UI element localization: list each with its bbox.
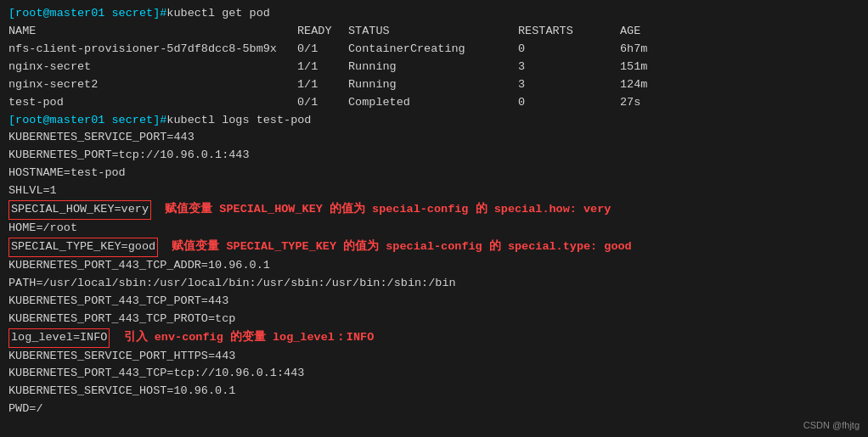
pod-name-2: nginx-secret	[8, 59, 297, 76]
log-line-11: KUBERNETES_SERVICE_HOST=10.96.0.1	[8, 383, 860, 401]
log-special-type: SPECIAL_TYPE_KEY=good 赋值变量 SPECIAL_TYPE_…	[8, 238, 860, 257]
cmd-text-1: kubectl get pod	[166, 5, 270, 23]
watermark: CSDN @fhjtg	[803, 420, 860, 430]
pod-ready-3: 1/1	[297, 76, 348, 94]
log-line-2: KUBERNETES_PORT=tcp://10.96.0.1:443	[8, 147, 860, 165]
pod-status-3: Running	[348, 76, 518, 94]
log-level-annotation: 引入 env-config 的变量 log_level：INFO	[110, 329, 374, 347]
pod-ready-1: 0/1	[297, 41, 348, 59]
prompt-1: [root@master01 secret]#	[8, 5, 166, 23]
cmd-text-2: kubectl logs test-pod	[166, 112, 311, 130]
table-row-1: nfs-client-provisioner-5d7df8dcc8-5bm9x0…	[8, 41, 860, 59]
pod-age-3: 124m	[620, 76, 647, 94]
pod-status-1: ContainerCreating	[348, 41, 518, 59]
pod-ready-2: 1/1	[297, 59, 348, 76]
log-line-9: KUBERNETES_SERVICE_PORT_HTTPS=443	[8, 348, 860, 366]
col-ready-header: READY	[297, 23, 348, 41]
pod-status-4: Completed	[348, 94, 518, 112]
col-age-header: AGE	[620, 23, 640, 41]
pod-ready-4: 0/1	[297, 94, 348, 112]
log-line-4: SHLVL=1	[8, 182, 860, 200]
table-row-4: test-pod0/1Completed027s	[8, 94, 860, 112]
pod-restarts-2: 3	[518, 59, 620, 76]
special-type-key-box: SPECIAL_TYPE_KEY=good	[8, 238, 158, 257]
pod-restarts-1: 0	[518, 41, 620, 59]
special-how-key-box: SPECIAL_HOW_KEY=very	[8, 200, 151, 220]
pod-name-3: nginx-secret2	[8, 76, 297, 94]
table-row-2: nginx-secret1/1Running3151m	[8, 59, 860, 76]
col-restarts-header: RESTARTS	[518, 23, 620, 41]
col-name-header: NAME	[8, 23, 297, 41]
log-line-3: HOSTNAME=test-pod	[8, 165, 860, 182]
pod-status-2: Running	[348, 59, 518, 76]
command-line-2: [root@master01 secret]#kubectl logs test…	[8, 112, 860, 130]
table-row-3: nginx-secret21/1Running3124m	[8, 76, 860, 94]
log-line-7: KUBERNETES_PORT_443_TCP_PORT=443	[8, 293, 860, 311]
pod-name-1: nfs-client-provisioner-5d7df8dcc8-5bm9x	[8, 41, 297, 59]
col-status-header: STATUS	[348, 23, 518, 41]
log-line-home: HOME=/root	[8, 220, 860, 238]
pod-name-4: test-pod	[8, 94, 297, 112]
pod-age-2: 151m	[620, 59, 647, 76]
pod-age-1: 6h7m	[620, 41, 647, 59]
table-header: NAMEREADYSTATUSRESTARTSAGE	[8, 23, 860, 41]
log-special-how: SPECIAL_HOW_KEY=very 赋值变量 SPECIAL_HOW_KE…	[8, 200, 860, 220]
pod-restarts-3: 3	[518, 76, 620, 94]
log-level-line: log_level=INFO 引入 env-config 的变量 log_lev…	[8, 328, 860, 348]
log-line-10: KUBERNETES_PORT_443_TCP=tcp://10.96.0.1:…	[8, 365, 860, 383]
log-line-12: PWD=/	[8, 401, 860, 418]
log-line-1: KUBERNETES_SERVICE_PORT=443	[8, 129, 860, 147]
special-how-annotation: 赋值变量 SPECIAL_HOW_KEY 的值为 special-config …	[151, 201, 611, 219]
pod-restarts-4: 0	[518, 94, 620, 112]
command-line-1: [root@master01 secret]#kubectl get pod	[8, 5, 860, 23]
prompt-2: [root@master01 secret]#	[8, 112, 166, 130]
terminal: [root@master01 secret]#kubectl get pod N…	[0, 0, 868, 437]
pod-age-4: 27s	[620, 94, 640, 112]
log-line-5: KUBERNETES_PORT_443_TCP_ADDR=10.96.0.1	[8, 257, 860, 275]
log-level-box: log_level=INFO	[8, 328, 110, 348]
log-line-8: KUBERNETES_PORT_443_TCP_PROTO=tcp	[8, 311, 860, 328]
log-line-6: PATH=/usr/local/sbin:/usr/local/bin:/usr…	[8, 275, 860, 293]
special-type-annotation: 赋值变量 SPECIAL_TYPE_KEY 的值为 special-config…	[158, 238, 632, 256]
